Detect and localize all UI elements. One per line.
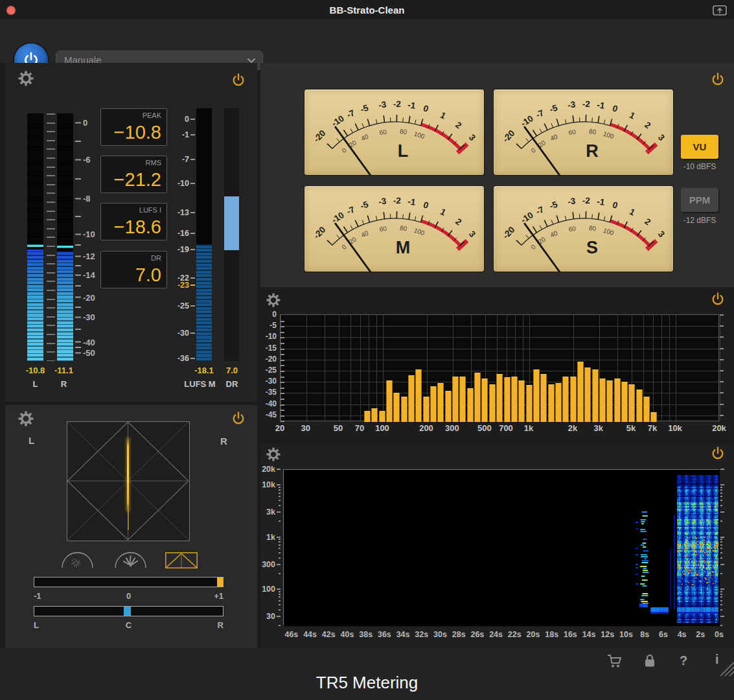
dr-value: 7.0 — [217, 366, 247, 375]
settings-gear-icon[interactable] — [18, 71, 34, 86]
svg-text:1: 1 — [439, 110, 448, 121]
svg-text:1: 1 — [628, 207, 637, 218]
balance-meter[interactable] — [34, 606, 224, 616]
scope-mode-vectorscope-button[interactable] — [165, 552, 198, 568]
peak-readout: PEAK −10.8 — [100, 108, 167, 146]
svg-text:60: 60 — [379, 128, 387, 137]
svg-text:100: 100 — [602, 227, 615, 237]
vu-meter-r: -20-10-7-5-3-2-10123020406080100R — [494, 89, 673, 175]
svg-text:0: 0 — [422, 103, 430, 114]
goniometer-settings-gear-icon[interactable] — [18, 411, 34, 426]
svg-text:40: 40 — [360, 133, 370, 143]
svg-text:M: M — [396, 238, 411, 257]
svg-text:-10: -10 — [330, 113, 346, 128]
level-meter-left — [27, 113, 43, 361]
svg-text:0: 0 — [340, 146, 348, 154]
spectrum-y-axis-labels: 0-5-10-15-20-25-30-35-40-45 — [260, 290, 278, 441]
correlation-meter[interactable] — [34, 577, 224, 587]
vu-reference-caption: -10 dBFS — [672, 162, 728, 171]
spectrogram-plot — [283, 469, 719, 625]
svg-text:-1: -1 — [407, 196, 417, 207]
svg-text:-3: -3 — [567, 196, 576, 206]
vu-mode-button[interactable]: VU — [681, 135, 718, 159]
lock-icon[interactable] — [644, 653, 656, 670]
peak-hold-right — [57, 246, 73, 248]
svg-text:-20: -20 — [312, 225, 327, 240]
spectrum-plot — [280, 314, 719, 421]
spectrogram-y-axis-labels: 20k10k3k1k30010030 — [260, 469, 281, 625]
plugin-name: TR5 Metering — [0, 673, 734, 693]
svg-text:0: 0 — [529, 243, 537, 251]
balance-labels: L C R — [34, 620, 224, 629]
meter-fill-right — [57, 251, 73, 361]
svg-text:-3: -3 — [378, 196, 387, 206]
spectrogram-right-ticks — [720, 469, 726, 625]
svg-text:-1: -1 — [407, 100, 417, 111]
svg-text:-20: -20 — [501, 128, 516, 144]
svg-text:80: 80 — [399, 224, 407, 232]
svg-text:-3: -3 — [567, 99, 576, 110]
vu-panel-power-icon[interactable] — [710, 72, 726, 88]
svg-text:-2: -2 — [393, 99, 401, 109]
correlation-indicator — [217, 578, 223, 587]
goniometer-trace — [127, 438, 129, 511]
ppm-mode-button[interactable]: PPM — [681, 188, 718, 212]
vu-meter-l: -20-10-7-5-3-2-10123020406080100L — [304, 89, 484, 175]
vu-meter-face: -20-10-7-5-3-2-10123020406080100M — [304, 186, 484, 272]
svg-text:60: 60 — [568, 128, 577, 137]
svg-text:-7: -7 — [534, 204, 545, 216]
left-channel-label: L — [21, 379, 50, 389]
svg-text:-2: -2 — [393, 196, 401, 205]
spectrum-analyzer-panel: 0-5-10-15-20-25-30-35-40-45 203050701002… — [260, 290, 734, 441]
svg-text:3: 3 — [467, 229, 477, 239]
svg-text:80: 80 — [588, 128, 597, 135]
svg-text:100: 100 — [602, 130, 615, 141]
svg-text:100: 100 — [413, 227, 426, 237]
lufs-m-fill — [196, 244, 212, 361]
svg-text:0: 0 — [612, 200, 619, 211]
spectrum-power-icon[interactable] — [710, 292, 726, 307]
detach-window-icon[interactable] — [713, 5, 727, 16]
svg-text:2: 2 — [643, 216, 652, 228]
scope-mode-cloud-button[interactable] — [61, 552, 94, 568]
svg-text:2: 2 — [643, 120, 652, 131]
meter-panel-power-icon[interactable] — [231, 73, 246, 88]
level-meter-right — [57, 113, 73, 361]
svg-text:L: L — [398, 141, 409, 161]
svg-text:-1: -1 — [596, 100, 606, 111]
svg-text:-2: -2 — [582, 196, 590, 205]
svg-text:-10: -10 — [330, 210, 346, 225]
ppm-reference-caption: -12 dBFS — [672, 216, 728, 225]
svg-text:S: S — [586, 238, 598, 257]
svg-text:40: 40 — [549, 229, 559, 239]
goniometer-left-label: L — [29, 435, 34, 446]
plugin-window: BB-Strato-Clean Manuale 0-6-8-10-12-14-2… — [0, 0, 734, 700]
spectrogram-power-icon[interactable] — [710, 446, 726, 461]
svg-text:0: 0 — [612, 103, 619, 114]
svg-text:40: 40 — [549, 133, 559, 143]
rms-readout: RMS −21.2 — [100, 156, 167, 193]
shopping-cart-icon[interactable] — [606, 653, 623, 671]
svg-text:-20: -20 — [501, 225, 516, 240]
goniometer-panel: L R -1 — [5, 405, 257, 648]
vu-meter-face: -20-10-7-5-3-2-10123020406080100L — [304, 89, 484, 175]
goniometer-power-icon[interactable] — [231, 411, 246, 426]
spectrogram-canvas — [284, 470, 720, 626]
svg-text:-7: -7 — [534, 108, 545, 120]
meter-tick-strip — [47, 113, 55, 361]
help-icon[interactable]: ? — [680, 653, 687, 668]
vu-meter-m: -20-10-7-5-3-2-10123020406080100M — [304, 186, 484, 272]
svg-text:-7: -7 — [345, 108, 356, 120]
dr-label: DR — [217, 379, 247, 389]
svg-text:-5: -5 — [360, 103, 370, 115]
scope-mode-meteor-button[interactable] — [114, 552, 147, 568]
svg-text:-7: -7 — [345, 204, 356, 216]
dr-readout: DR 7.0 — [100, 251, 167, 288]
spectrogram-settings-gear-icon[interactable] — [266, 447, 281, 461]
svg-text:2: 2 — [453, 120, 463, 131]
svg-text:40: 40 — [360, 229, 370, 239]
info-icon[interactable]: i — [715, 652, 719, 667]
svg-text:3: 3 — [656, 132, 667, 143]
dr-bar — [224, 196, 239, 250]
vu-meter-face: -20-10-7-5-3-2-10123020406080100R — [494, 89, 673, 175]
